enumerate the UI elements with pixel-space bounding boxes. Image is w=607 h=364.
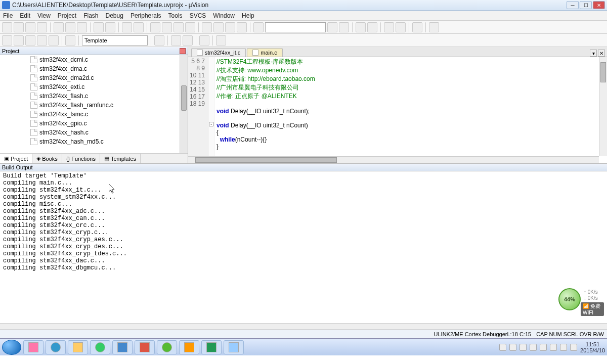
- tree-file[interactable]: stm32f4xx_hash_md5.c: [0, 137, 188, 146]
- kill-breakpoint-icon[interactable]: [396, 22, 406, 32]
- bookmark-prev-icon[interactable]: [162, 22, 172, 32]
- taskbar-explorer[interactable]: [68, 340, 88, 354]
- code-text[interactable]: //STM32F4工程模板-库函数版本 //技术支持: www.openedv.…: [214, 57, 607, 163]
- find-icon[interactable]: [327, 22, 337, 32]
- taskbar-ie[interactable]: [46, 340, 66, 354]
- tray-icon-5[interactable]: [570, 344, 577, 351]
- tree-file[interactable]: stm32f4xx_exti.c: [0, 82, 188, 92]
- undo-icon[interactable]: [94, 22, 104, 32]
- copy-icon[interactable]: [65, 22, 75, 32]
- tree-file[interactable]: stm32f4xx_gpio.c: [0, 119, 188, 128]
- outdent-icon[interactable]: [213, 22, 224, 32]
- redo-icon[interactable]: [105, 22, 115, 32]
- menu-edit[interactable]: Edit: [20, 12, 30, 19]
- minimize-button[interactable]: ─: [567, 1, 579, 9]
- menu-window[interactable]: Window: [213, 12, 235, 19]
- window-layout-icon[interactable]: [412, 22, 422, 32]
- pin-icon[interactable]: [96, 48, 102, 54]
- insert-breakpoint-icon[interactable]: [384, 22, 394, 32]
- breakpoint-icon[interactable]: [367, 22, 377, 32]
- translate-icon[interactable]: [2, 35, 12, 46]
- rebuild-icon[interactable]: [25, 35, 35, 46]
- tray-icon-1[interactable]: [509, 344, 516, 351]
- tray-icon-4[interactable]: [560, 344, 567, 351]
- tree-file[interactable]: stm32f4xx_dcmi.c: [0, 55, 188, 64]
- fold-gutter[interactable]: --: [208, 57, 214, 163]
- save-icon[interactable]: [25, 22, 35, 32]
- tab-dropdown-icon[interactable]: ▾: [590, 50, 597, 57]
- incremental-find-icon[interactable]: [339, 22, 349, 32]
- build-output[interactable]: Build target 'Template' compiling main.c…: [0, 171, 607, 329]
- code-editor[interactable]: 5 6 7 8 9 10 11 12 13 14 15 16 17 18 19 …: [188, 57, 607, 163]
- editor-vscroll-thumb[interactable]: [600, 62, 606, 82]
- nav-fwd-icon[interactable]: [134, 22, 144, 32]
- target-combo[interactable]: Template: [82, 35, 148, 46]
- target-options-icon[interactable]: [154, 35, 164, 46]
- tray-clock[interactable]: 11:51 2015/4/10: [580, 341, 605, 353]
- menu-tools[interactable]: Tools: [168, 12, 183, 19]
- select-packs-icon[interactable]: [216, 35, 226, 46]
- tree-file[interactable]: stm32f4xx_dma.c: [0, 64, 188, 73]
- bookmark-clear-icon[interactable]: [185, 22, 195, 32]
- project-tab-project[interactable]: ▣Project: [0, 154, 32, 163]
- save-all-icon[interactable]: [37, 22, 47, 32]
- panel-close-icon[interactable]: [180, 48, 186, 54]
- menu-svcs[interactable]: SVCS: [190, 12, 206, 19]
- editor-tab[interactable]: main.c: [247, 48, 282, 57]
- configure-icon[interactable]: [429, 22, 439, 32]
- tab-close-icon[interactable]: ✕: [598, 50, 605, 57]
- tree-scrollbar[interactable]: [180, 55, 188, 153]
- menu-debug[interactable]: Debug: [106, 12, 123, 19]
- taskbar-app-6[interactable]: [224, 340, 244, 354]
- uncomment-icon[interactable]: [237, 22, 247, 32]
- close-button[interactable]: ✕: [593, 1, 605, 9]
- taskbar-app-5[interactable]: [179, 340, 199, 354]
- tray-icon-2[interactable]: [519, 344, 527, 351]
- menu-file[interactable]: File: [3, 12, 13, 19]
- bookmark-next-icon[interactable]: [174, 22, 184, 32]
- bookmark-icon[interactable]: [150, 22, 160, 32]
- editor-hscroll-thumb[interactable]: [195, 157, 337, 163]
- taskbar-app-2[interactable]: [90, 340, 110, 354]
- fold-marker[interactable]: -: [209, 122, 213, 126]
- taskbar-app-3[interactable]: [112, 340, 133, 354]
- editor-tab[interactable]: stm32f4xx_it.c: [191, 48, 246, 57]
- start-button[interactable]: [2, 340, 21, 355]
- find-combo[interactable]: [265, 22, 326, 32]
- network-widget[interactable]: 44% ↑ 0K/s ↓ 0K/s 📶 免费WIFI: [558, 288, 604, 310]
- indent-icon[interactable]: [202, 22, 212, 32]
- tree-file[interactable]: stm32f4xx_hash.c: [0, 128, 188, 137]
- taskbar-app-4[interactable]: [157, 340, 177, 354]
- manage-rtep-icon[interactable]: [199, 35, 209, 46]
- project-tree[interactable]: stm32f4xx_dcmi.cstm32f4xx_dma.cstm32f4xx…: [0, 55, 188, 153]
- menu-flash[interactable]: Flash: [83, 12, 98, 19]
- taskbar-powerpoint[interactable]: [135, 340, 155, 354]
- tree-file[interactable]: stm32f4xx_flash.c: [0, 92, 188, 101]
- debug-icon[interactable]: [356, 22, 366, 32]
- build-hscrollbar[interactable]: [0, 323, 607, 329]
- find-in-files-icon[interactable]: [253, 22, 264, 32]
- file-ext-icon[interactable]: [171, 35, 181, 46]
- menu-view[interactable]: View: [37, 12, 51, 19]
- paste-icon[interactable]: [77, 22, 87, 32]
- project-tab-books[interactable]: ◈Books: [32, 154, 62, 163]
- cut-icon[interactable]: [54, 22, 64, 32]
- tree-file[interactable]: stm32f4xx_dma2d.c: [0, 73, 188, 82]
- menu-peripherals[interactable]: Peripherals: [131, 12, 161, 19]
- manage-icon[interactable]: [183, 35, 193, 46]
- download-icon[interactable]: [65, 35, 75, 46]
- editor-hscrollbar[interactable]: [188, 156, 599, 163]
- stop-build-icon[interactable]: [49, 35, 59, 46]
- nav-back-icon[interactable]: [122, 22, 132, 32]
- batch-build-icon[interactable]: [37, 35, 47, 46]
- tree-scroll-thumb[interactable]: [181, 85, 187, 111]
- menu-help[interactable]: Help: [242, 12, 254, 19]
- tree-file[interactable]: stm32f4xx_fsmc.c: [0, 110, 188, 119]
- menu-project[interactable]: Project: [58, 12, 76, 19]
- new-file-icon[interactable]: [2, 22, 12, 32]
- tray-network-icon[interactable]: [540, 344, 547, 351]
- tray-icon-3[interactable]: [530, 344, 537, 351]
- comment-icon[interactable]: [225, 22, 235, 32]
- editor-vscrollbar[interactable]: [599, 57, 607, 156]
- open-file-icon[interactable]: [14, 22, 24, 32]
